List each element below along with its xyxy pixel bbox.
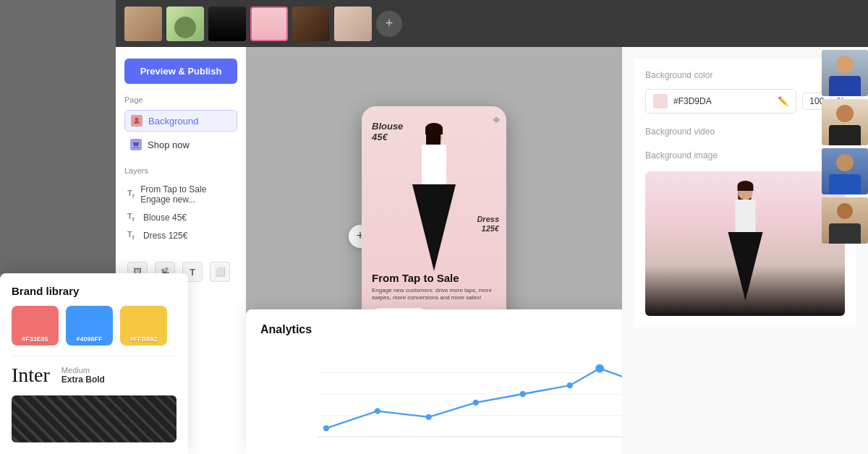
svg-point-1 — [134, 147, 135, 148]
background-page-label: Background — [148, 116, 198, 127]
analytics-title: Analytics — [260, 323, 312, 336]
bg-color-label: Background color — [645, 70, 712, 80]
layers-section: Layers Tr From Tap to Sale Engage new...… — [124, 166, 237, 244]
avatar-1 — [822, 50, 868, 96]
layer-item-3[interactable]: Tr Dress 125€ — [124, 226, 237, 244]
add-thumbnail-button[interactable]: + — [376, 11, 402, 37]
blouse-text: Blouse45€ — [372, 121, 403, 143]
brand-color-2[interactable]: #4098FF — [66, 306, 113, 346]
svg-point-14 — [323, 425, 329, 431]
hex-value: #F3D9DA — [673, 96, 772, 106]
avatar-2 — [822, 99, 868, 145]
layers-section-label: Layers — [124, 166, 237, 175]
layer-label-1: From Tap to Sale Engage new... — [140, 184, 234, 205]
font-style-label: Medium — [61, 366, 105, 374]
text-layer-icon-1: Tr — [127, 189, 136, 200]
bg-image-preview — [645, 171, 845, 316]
sub-text: Engage new customers: drive more taps, m… — [372, 287, 496, 302]
thumbnail-5[interactable] — [292, 7, 330, 41]
thumbnail-1[interactable] — [124, 7, 162, 41]
layer-label-2: Blouse 45€ — [143, 213, 187, 223]
svg-point-18 — [520, 391, 526, 397]
color-swatch — [653, 94, 668, 108]
font-name: Inter — [12, 364, 50, 387]
page-item-shop-now[interactable]: Shop now — [124, 134, 237, 155]
brand-color-3-label: #FFB892 — [120, 335, 167, 343]
svg-point-0 — [135, 118, 139, 121]
edit-color-icon[interactable]: ✏️ — [778, 96, 788, 106]
preview-publish-button[interactable]: Preview & Publish — [124, 59, 237, 84]
thumbnail-2[interactable] — [166, 7, 204, 41]
svg-point-15 — [375, 408, 380, 414]
thumbnail-strip: + — [116, 0, 868, 47]
shop-now-page-label: Shop now — [148, 140, 190, 150]
brand-color-3[interactable]: #FFB892 — [120, 306, 167, 346]
text-layer-icon-2: Tr — [127, 212, 139, 223]
svg-point-2 — [137, 147, 138, 148]
brand-color-1[interactable]: #F33E85 — [12, 306, 59, 346]
bg-video-label: Background video — [645, 127, 715, 137]
svg-point-19 — [567, 382, 573, 388]
share-icon[interactable]: ⎆ — [493, 113, 499, 125]
shop-now-page-icon — [130, 139, 142, 150]
dress-label: Dress125€ — [477, 215, 499, 234]
thumbnail-3[interactable] — [208, 7, 246, 41]
bg-image-row: Background image − — [645, 147, 845, 163]
background-page-icon — [131, 115, 142, 127]
svg-point-20 — [595, 364, 604, 373]
texture-preview — [12, 395, 176, 442]
svg-point-17 — [473, 400, 479, 406]
avatar-4 — [822, 197, 868, 244]
bg-image-label: Background image — [645, 150, 718, 160]
font-row: Inter Medium Extra Bold — [12, 356, 176, 387]
text-layer-icon-3: Tr — [127, 230, 139, 241]
shape-tool-button[interactable]: ⬜ — [210, 262, 230, 282]
brand-panel: Brand library #F33E85 #4098FF #FFB892 In… — [0, 273, 188, 454]
tap-to-sale-text: From Tap to Sale — [372, 272, 496, 284]
bg-video-row: Background video + — [645, 124, 845, 139]
brand-color-2-label: #4098FF — [66, 335, 113, 343]
color-swatches-row: #F33E85 #4098FF #FFB892 — [12, 306, 176, 346]
thumbnail-6[interactable] — [334, 7, 372, 41]
layer-label-3: Dress 125€ — [143, 231, 187, 241]
bg-color-row: Background color — [645, 70, 845, 80]
avatars-column — [819, 47, 868, 247]
page-section-label: Page — [124, 95, 237, 104]
thumbnail-4[interactable] — [250, 7, 288, 41]
color-picker-row[interactable]: #F3D9DA ✏️ — [645, 89, 796, 113]
svg-point-16 — [426, 414, 432, 420]
font-weight-label: Extra Bold — [61, 374, 105, 385]
avatar-3 — [822, 148, 868, 194]
plus-icon: + — [386, 16, 393, 31]
brand-title: Brand library — [12, 285, 176, 297]
layer-item-2[interactable]: Tr Blouse 45€ — [124, 208, 237, 226]
brand-color-1-label: #F33E85 — [12, 335, 59, 343]
layer-item-1[interactable]: Tr From Tap to Sale Engage new... — [124, 181, 237, 208]
page-item-background[interactable]: Background — [124, 110, 237, 132]
